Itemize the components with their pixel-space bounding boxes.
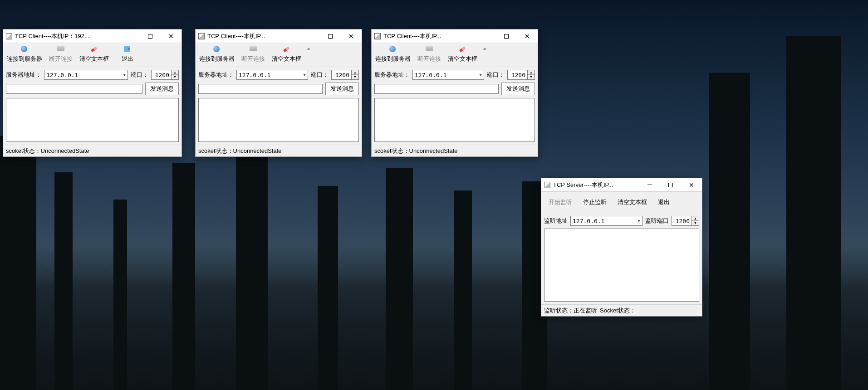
connect-button[interactable]: 连接到服务器 (196, 45, 237, 64)
port-input[interactable] (507, 70, 527, 80)
stop-listen-label: 停止监听 (583, 198, 607, 206)
disconnect-button[interactable]: 断开连接 (237, 45, 269, 64)
minimize-button[interactable] (475, 29, 496, 43)
spin-up-icon[interactable]: ▲ (172, 70, 178, 75)
titlebar[interactable]: TCP Client----本机IP：192.... ✕ (3, 29, 181, 43)
spin-down-icon[interactable]: ▼ (352, 75, 358, 79)
connect-button[interactable]: 连接到服务器 (4, 45, 45, 64)
stop-listen-button[interactable]: 停止监听 (578, 195, 612, 209)
message-input[interactable] (374, 84, 499, 94)
connect-label: 连接到服务器 (375, 55, 411, 63)
port-label: 端口： (311, 71, 329, 79)
log-textarea[interactable] (374, 98, 535, 142)
toolbar-overflow-button[interactable]: » (304, 45, 313, 64)
listen-addr-value: 127.0.0.1 (573, 218, 604, 224)
status-bar: scoket状态： UnconnectedState (196, 145, 362, 156)
exit-label: 退出 (658, 198, 670, 206)
chevron-down-icon: ▼ (480, 73, 482, 77)
disconnect-label: 断开连接 (49, 55, 73, 63)
close-button[interactable]: ✕ (161, 29, 181, 43)
port-spinbox[interactable]: ▲▼ (331, 70, 359, 80)
server-addr-value: 127.0.0.1 (46, 72, 78, 78)
exit-button[interactable]: 退出 (652, 195, 675, 209)
spin-down-icon[interactable]: ▼ (172, 75, 178, 79)
app-icon (374, 33, 381, 39)
maximize-button[interactable] (320, 29, 341, 43)
spin-down-icon[interactable]: ▼ (528, 75, 535, 79)
close-button[interactable]: ✕ (341, 29, 362, 43)
maximize-button[interactable] (140, 29, 161, 43)
spin-up-icon[interactable]: ▲ (528, 70, 535, 75)
server-addr-combo[interactable]: 127.0.0.1▼ (412, 70, 484, 80)
send-button[interactable]: 发送消息 (145, 83, 179, 95)
log-textarea[interactable] (544, 229, 699, 302)
message-input[interactable] (6, 84, 142, 94)
titlebar[interactable]: TCP Client----本机IP... ✕ (372, 29, 538, 43)
start-listen-button[interactable]: 开始监听 (543, 195, 578, 209)
app-icon (544, 182, 550, 188)
socket-status-label: scoket状态： (6, 147, 41, 155)
app-icon (198, 33, 205, 39)
clear-button[interactable]: 清空文本框 (77, 45, 112, 64)
client-body: 服务器地址： 127.0.0.1▼ 端口： ▲▼ 发送消息 (196, 67, 362, 145)
clear-button[interactable]: 清空文本框 (612, 195, 652, 209)
port-spinbox[interactable]: ▲▼ (507, 70, 535, 80)
port-input[interactable] (331, 70, 351, 80)
port-input[interactable] (151, 70, 171, 80)
log-textarea[interactable] (6, 98, 179, 142)
spin-down-icon[interactable]: ▼ (692, 221, 699, 225)
disconnect-button[interactable]: 断开连接 (45, 45, 77, 64)
server-addr-value: 127.0.0.1 (415, 72, 446, 78)
window-title: TCP Server----本机IP... (553, 181, 639, 189)
send-button[interactable]: 发送消息 (501, 83, 535, 95)
socket-status-value: UnconnectedState (409, 147, 458, 154)
spin-up-icon[interactable]: ▲ (352, 70, 358, 75)
maximize-button[interactable] (496, 29, 517, 43)
status-bar: scoket状态： UnconnectedState (3, 145, 181, 156)
titlebar[interactable]: TCP Client----本机IP... ✕ (196, 29, 362, 43)
clear-label: 清空文本框 (448, 55, 477, 63)
minimize-button[interactable] (639, 178, 660, 192)
listen-addr-label: 监听地址 (544, 217, 568, 225)
tcp-client-window-2: TCP Client----本机IP... ✕ 连接到服务器 断开连接 清空文本… (195, 29, 362, 157)
close-button[interactable]: ✕ (517, 29, 538, 43)
port-label: 端口： (131, 71, 148, 79)
connect-label: 连接到服务器 (7, 55, 42, 63)
server-addr-label: 服务器地址： (6, 71, 41, 79)
send-button[interactable]: 发送消息 (325, 83, 359, 95)
minimize-button[interactable] (119, 29, 140, 43)
disconnect-button[interactable]: 断开连接 (413, 45, 445, 64)
tcp-server-window: TCP Server----本机IP... ✕ 开始监听 停止监听 清空文本框 … (541, 178, 702, 317)
listen-port-input[interactable] (672, 216, 691, 226)
connect-button[interactable]: 连接到服务器 (373, 45, 413, 64)
socket-status-value: UnconnectedState (233, 147, 282, 154)
server-addr-combo[interactable]: 127.0.0.1▼ (44, 70, 128, 80)
status-bar: 监听状态： 正在监听 Socket状态： (541, 304, 702, 316)
app-icon (6, 33, 12, 39)
clear-button[interactable]: 清空文本框 (269, 45, 304, 64)
listen-status-label: 监听状态： (544, 307, 574, 315)
toolbar-overflow-button[interactable]: » (480, 45, 489, 64)
maximize-button[interactable] (660, 178, 681, 192)
toolbar: 开始监听 停止监听 清空文本框 退出 (541, 192, 702, 213)
clear-label: 清空文本框 (272, 55, 301, 63)
server-addr-combo[interactable]: 127.0.0.1▼ (236, 70, 308, 80)
titlebar[interactable]: TCP Server----本机IP... ✕ (541, 178, 702, 192)
listen-port-spinbox[interactable]: ▲▼ (672, 216, 699, 226)
socket-status-value: UnconnectedState (41, 147, 89, 154)
spin-up-icon[interactable]: ▲ (692, 216, 699, 221)
close-button[interactable]: ✕ (681, 178, 702, 192)
listen-port-label: 监听端口 (645, 217, 669, 225)
start-listen-label: 开始监听 (549, 198, 572, 206)
chevron-down-icon: ▼ (638, 219, 640, 223)
clear-label: 清空文本框 (79, 55, 109, 63)
socket-status-label: scoket状态： (374, 147, 409, 155)
clear-button[interactable]: 清空文本框 (445, 45, 480, 64)
log-textarea[interactable] (198, 98, 359, 142)
server-addr-value: 127.0.0.1 (239, 72, 270, 78)
message-input[interactable] (198, 84, 323, 94)
listen-addr-combo[interactable]: 127.0.0.1▼ (570, 216, 642, 226)
minimize-button[interactable] (299, 29, 320, 43)
port-spinbox[interactable]: ▲▼ (151, 70, 179, 80)
exit-button[interactable]: 退出 (112, 45, 143, 64)
